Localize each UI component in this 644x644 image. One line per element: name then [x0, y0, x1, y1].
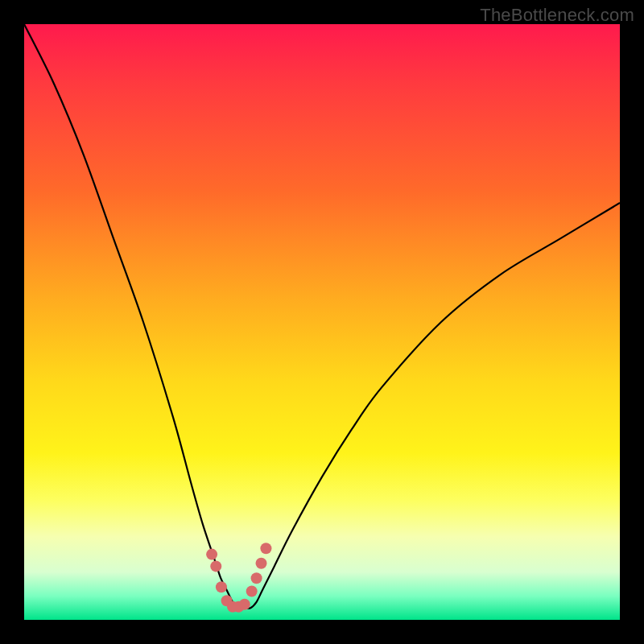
highlight-dot: [210, 560, 221, 572]
highlight-dots-group: [206, 543, 271, 613]
plot-area: [24, 24, 620, 620]
highlight-dot: [239, 599, 250, 610]
bottleneck-curve-svg: [24, 24, 620, 620]
highlight-dot: [256, 558, 267, 569]
chart-frame: TheBottleneck.com: [0, 0, 644, 644]
highlight-dot: [246, 585, 258, 597]
highlight-dot: [251, 572, 262, 584]
highlight-dot: [260, 543, 271, 554]
highlight-dot: [206, 549, 217, 560]
bottleneck-curve: [24, 24, 620, 609]
highlight-dot: [216, 581, 227, 592]
watermark-text: TheBottleneck.com: [480, 5, 634, 26]
